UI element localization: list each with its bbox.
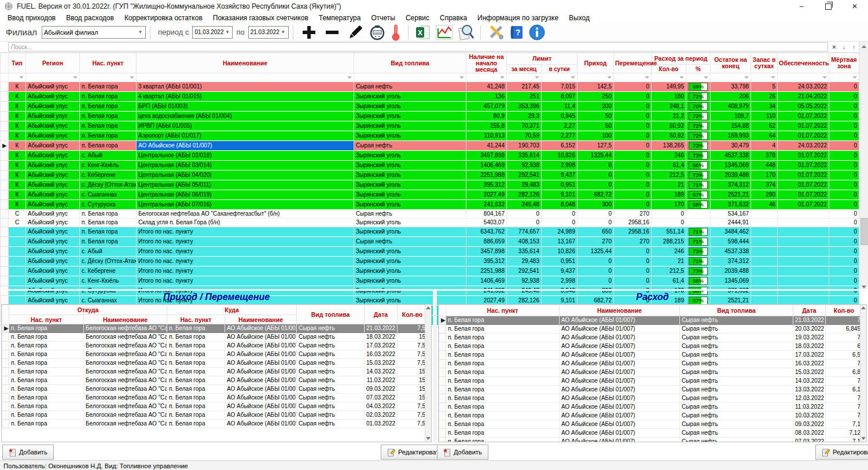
cell[interactable] — [778, 227, 829, 237]
cell[interactable]: АО Абыйское (АБЫ 01/007) — [560, 351, 680, 360]
cell[interactable]: 804,167 — [466, 210, 507, 219]
cell[interactable]: 4537,338 — [711, 151, 751, 161]
cell[interactable]: 408,979 — [711, 102, 751, 112]
table-row[interactable]: КАбыйский улусс. АбыйЦентральное (АБЫ 02… — [1, 151, 859, 161]
cell[interactable]: 10,826 — [542, 247, 578, 257]
cell[interactable]: К — [9, 102, 26, 112]
cell[interactable]: Итого по нас. пункту — [137, 276, 354, 286]
cell[interactable] — [778, 267, 829, 276]
remove-icon[interactable] — [322, 23, 342, 42]
cell[interactable]: Сырая нефть — [354, 82, 466, 92]
cell[interactable]: 280 — [751, 190, 778, 200]
cell[interactable]: 0 — [614, 102, 652, 112]
cell[interactable]: 0 — [829, 267, 859, 276]
cell[interactable]: Зырянский уголь — [354, 276, 466, 286]
cell[interactable]: 29,483 — [507, 257, 542, 267]
cell[interactable]: Зырянский уголь — [354, 227, 466, 237]
cell[interactable]: 73% — [686, 151, 711, 161]
cell[interactable]: Абыйский улус — [26, 276, 80, 286]
cell[interactable]: п. Белая гора — [167, 411, 225, 420]
cell[interactable]: 448 — [751, 161, 778, 171]
cell[interactable]: с. Кебергене — [80, 267, 137, 276]
row-indicator[interactable] — [2, 402, 9, 411]
cell[interactable] — [751, 219, 778, 227]
cell[interactable]: 07.03.2022 — [793, 438, 826, 442]
row-indicator[interactable] — [1, 102, 9, 112]
cell[interactable]: Сырая нефть — [297, 411, 365, 420]
cell[interactable]: Абыйский улус — [26, 151, 80, 161]
cell[interactable]: 12.03.2022 — [793, 394, 826, 403]
row-indicator[interactable] — [1, 237, 9, 247]
cell[interactable]: 0,951 — [542, 180, 578, 190]
cell[interactable]: 3 квартал (АБЫ 01/001) — [137, 82, 354, 92]
cell[interactable]: п. Белая гора — [80, 112, 137, 121]
table-row[interactable]: КАбыйский улусс. КебергенеЦентральная (А… — [1, 171, 859, 180]
cell[interactable]: Центральная (АБЫ 06/019) — [137, 190, 354, 200]
cell[interactable]: Зырянский уголь — [354, 102, 466, 112]
cell[interactable]: Зырянский уголь — [354, 151, 466, 161]
cell[interactable]: 14.03.2022 — [793, 377, 826, 386]
cell[interactable]: 01.07.2022 — [778, 200, 829, 210]
row-indicator[interactable] — [1, 82, 9, 92]
table-row[interactable]: п. Белая гораБелогоская нефтебаза АО "Са… — [2, 394, 425, 402]
cell[interactable]: Абыйский улус — [26, 257, 80, 267]
cell[interactable]: 21,2 — [652, 112, 686, 121]
cell[interactable]: АО Абыйское (АБЫ 01/007) — [225, 402, 297, 411]
scroll-up-icon[interactable] — [860, 305, 866, 311]
column-filter[interactable] — [466, 73, 507, 82]
cell[interactable]: 5 — [751, 82, 778, 92]
cell[interactable]: п. Белая гора — [80, 227, 137, 237]
scroll-down-icon[interactable] — [860, 435, 866, 442]
column-filter[interactable] — [778, 73, 829, 82]
column-header-date[interactable]: Дата — [365, 305, 398, 324]
column-filter[interactable] — [9, 73, 26, 82]
cell[interactable]: АО Абыйское (АБЫ 01/007) — [225, 385, 297, 394]
cell[interactable]: 19.03.2022 — [793, 334, 826, 342]
cell[interactable]: Белогоская нефтебаза АО "Са — [84, 368, 167, 376]
cell[interactable]: АО Абыйское (АБЫ 01/007) — [560, 360, 680, 368]
cell[interactable]: Сырая нефть — [354, 237, 466, 247]
cell[interactable]: 9,437 — [542, 267, 578, 276]
cell[interactable]: Сырая нефть — [680, 316, 793, 325]
row-indicator[interactable] — [439, 429, 446, 438]
cell[interactable]: 248,1 — [652, 102, 686, 112]
cell[interactable]: 374,312 — [711, 180, 751, 190]
cell[interactable]: 7,5 — [398, 359, 425, 368]
cell[interactable]: п. Белая гора — [167, 342, 225, 350]
cell[interactable]: 5403,07 — [466, 219, 507, 227]
column-filter[interactable] — [80, 73, 137, 82]
cell[interactable]: 7 — [826, 316, 860, 325]
cell[interactable]: Итого по нас. пункту — [137, 237, 354, 247]
cell[interactable]: К — [9, 112, 26, 121]
cell[interactable]: АО Абыйское (АБЫ 01/007) — [225, 368, 297, 376]
cell[interactable] — [9, 227, 26, 237]
cell[interactable]: п. Белая гора — [80, 82, 137, 92]
cell[interactable]: 9,101 — [542, 190, 578, 200]
cell[interactable]: 7,5 — [398, 350, 425, 359]
row-indicator[interactable] — [2, 420, 9, 428]
table-row[interactable]: Абыйский улусп. Белая гораИтого по нас. … — [1, 237, 859, 247]
scroll-up-icon[interactable] — [425, 305, 431, 311]
cell[interactable]: 0 — [829, 247, 859, 257]
cell[interactable]: 0 — [829, 210, 859, 219]
cell[interactable]: 6,5 — [826, 351, 860, 360]
cell[interactable]: 0,945 — [542, 112, 578, 121]
cell[interactable]: 0 — [614, 121, 652, 131]
row-indicator[interactable] — [1, 247, 9, 257]
cell[interactable]: 0 — [614, 141, 652, 151]
cell[interactable]: 353,396 — [507, 102, 542, 112]
cell[interactable]: 0 — [578, 210, 614, 219]
cell[interactable]: 21.03.2022 — [365, 324, 398, 333]
cell[interactable]: 0 — [614, 257, 652, 267]
row-indicator[interactable] — [439, 351, 446, 360]
column-filter[interactable] — [751, 73, 778, 82]
cell[interactable]: 6 — [826, 342, 860, 351]
cell[interactable]: Белогоская нефтебаза АО "Са — [84, 376, 167, 385]
cell[interactable]: 0 — [829, 82, 859, 92]
expense-edit-button[interactable]: Редактировать — [815, 445, 868, 460]
cell[interactable]: 15.03.2022 — [365, 359, 398, 368]
cell[interactable]: 6,1 — [826, 386, 860, 394]
cell[interactable]: Абыйский улус — [26, 210, 80, 219]
column-header-fuel[interactable]: Вид топлива — [354, 53, 466, 73]
cell[interactable]: 4 квартал (АБЫ 01/015) — [137, 92, 354, 102]
